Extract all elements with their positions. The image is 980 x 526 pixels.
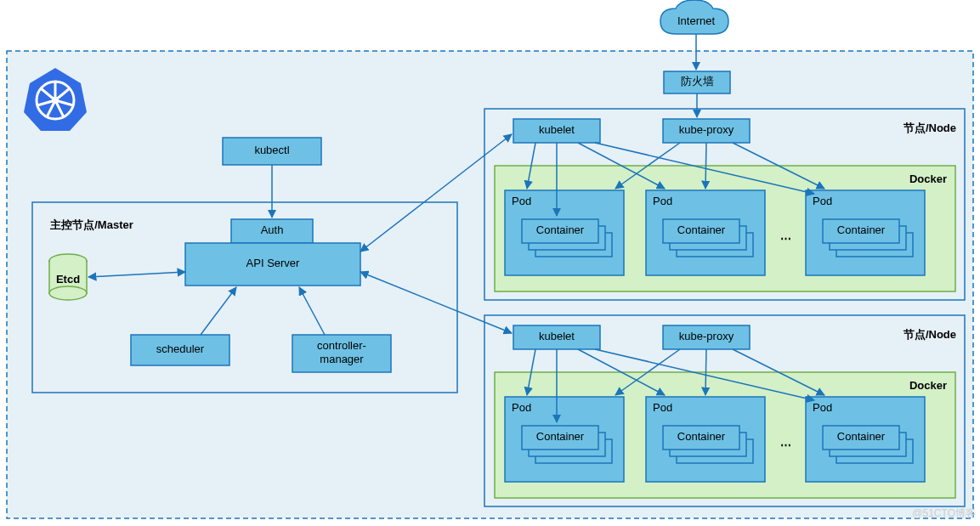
svg-text:Pod: Pod (653, 401, 672, 414)
svg-text:Docker: Docker (909, 173, 947, 185)
svg-rect-16 (50, 260, 86, 264)
svg-text:⋯: ⋯ (780, 438, 791, 451)
svg-text:⋯: ⋯ (780, 232, 791, 245)
svg-text:Container: Container (837, 223, 886, 236)
node-2-title: 节点/Node (903, 328, 956, 341)
controller-manager-label-2: manager (320, 353, 364, 365)
svg-line-48 (705, 143, 706, 189)
auth-label: Auth (261, 223, 284, 236)
svg-text:kube-proxy: kube-proxy (679, 330, 734, 342)
node2-pod-1: Pod Container (505, 397, 624, 482)
svg-text:Pod: Pod (512, 401, 531, 414)
svg-text:Container: Container (837, 430, 886, 443)
svg-text:Container: Container (536, 430, 585, 443)
svg-text:Container: Container (677, 430, 726, 443)
svg-text:Docker: Docker (909, 379, 947, 392)
svg-text:Pod: Pod (813, 401, 832, 414)
svg-text:Pod: Pod (653, 195, 672, 207)
node1-pod-3: Pod Container (806, 190, 925, 275)
api-server-label: API Server (246, 257, 301, 269)
controller-manager-label-1: controller- (317, 339, 366, 352)
internet-cloud: Internet (660, 0, 728, 34)
node2-pod-2: Pod Container (646, 397, 765, 482)
watermark: @51CTO博客 (912, 507, 976, 519)
svg-line-78 (705, 349, 706, 395)
node1-pod-1: Pod Container (505, 190, 624, 275)
scheduler-label: scheduler (156, 342, 205, 355)
svg-text:Container: Container (536, 223, 585, 236)
svg-text:Pod: Pod (813, 195, 832, 207)
node-1-title: 节点/Node (903, 122, 956, 134)
node2-pod-3: Pod Container (806, 397, 925, 482)
svg-text:kubelet: kubelet (539, 330, 575, 342)
firewall-label: 防火墙 (681, 75, 714, 88)
svg-text:Pod: Pod (512, 195, 531, 207)
svg-text:kubelet: kubelet (539, 123, 575, 136)
svg-text:Container: Container (677, 223, 726, 236)
kubectl-label: kubectl (254, 144, 289, 156)
master-title: 主控节点/Master (49, 218, 133, 231)
svg-point-15 (49, 286, 87, 300)
internet-label: Internet (677, 14, 715, 27)
svg-point-9 (52, 97, 59, 104)
architecture-diagram: Internet 防火墙 kubectl 主控节点/Master Auth AP… (0, 0, 980, 526)
svg-text:kube-proxy: kube-proxy (679, 123, 734, 136)
etcd-label: Etcd (56, 273, 80, 286)
node1-pod-2: Pod Container (646, 190, 765, 275)
